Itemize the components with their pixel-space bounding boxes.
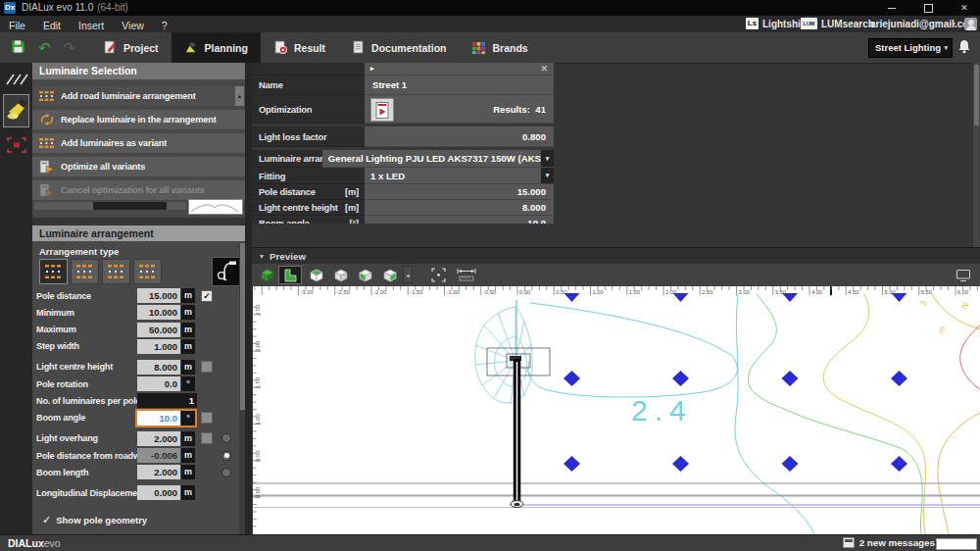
photometric-thumbnail[interactable] <box>188 199 243 215</box>
arrangement-type-staggered[interactable] <box>133 259 162 284</box>
scroll-up-button[interactable]: ▲ <box>235 86 244 106</box>
arrangement-type-single-row-top[interactable] <box>71 259 99 284</box>
view-top-button[interactable] <box>331 266 351 284</box>
undo-button[interactable]: ↶ <box>35 38 54 57</box>
field-checkbox[interactable]: ✓ <box>201 290 213 302</box>
field-value-input[interactable]: 2.000 <box>137 431 180 446</box>
messages-button[interactable]: 2 new messages <box>843 537 935 548</box>
view-3d-button[interactable] <box>307 266 326 284</box>
view-front-button[interactable] <box>356 266 375 284</box>
rows-icon <box>38 136 56 150</box>
selection-item-label: Optimize all variants <box>61 162 145 172</box>
dialux-app-window: Dx DIALux evo 11.0(64-bit) ✕ FileEditIns… <box>0 0 980 551</box>
preview-toolbar: ◂ <box>252 264 980 286</box>
luminaire-tool-active[interactable] <box>3 94 29 127</box>
tab-label: Documentation <box>371 42 446 54</box>
selection-item-optimize-all-variants[interactable]: Optimize all variants <box>32 157 245 176</box>
cad-drawing[interactable]: 2.4 3Nm <box>253 286 980 534</box>
view-side-button[interactable] <box>380 266 400 284</box>
show-pole-geometry-checkbox[interactable]: ✓ Show pole geometry <box>42 514 147 526</box>
save-button[interactable] <box>9 38 27 57</box>
start-optimization-button[interactable] <box>370 98 394 122</box>
horizontal-scrollbar[interactable] <box>34 202 186 210</box>
cad-preview-canvas[interactable]: 2.4 3Nm <box>253 286 980 534</box>
account-menu[interactable]: ariejuniadi@gmail.com <box>870 16 977 32</box>
field-value-input[interactable]: 1 <box>137 393 197 408</box>
field-value-input[interactable]: 1.000 <box>137 339 180 354</box>
selection-item-add-luminaires-as-variant[interactable]: Add luminaires as variant <box>32 133 245 153</box>
selection-item-add-road-luminaire-arrangement[interactable]: Add road luminaire arrangement <box>32 86 245 106</box>
field-radio[interactable] <box>221 433 231 443</box>
messages-label: 2 new messages <box>859 537 935 548</box>
planning-mode-select[interactable]: Street Lighting ▾ <box>868 38 953 58</box>
scrollbar-thumb[interactable] <box>974 65 979 125</box>
title-bar[interactable]: Dx DIALux evo 11.0(64-bit) ✕ <box>0 0 980 16</box>
display-settings-button[interactable] <box>954 266 973 284</box>
measure-button[interactable] <box>455 266 478 284</box>
field-value-input[interactable]: -0.006 <box>137 448 180 463</box>
field-checkbox[interactable] <box>201 361 213 373</box>
chevron-down-icon: ▾ <box>260 252 264 261</box>
view-solid-button[interactable] <box>258 266 277 284</box>
scrollbar-thumb[interactable] <box>93 202 167 210</box>
chevron-down-icon[interactable]: ▾ <box>952 16 956 32</box>
maximize-button[interactable] <box>913 0 943 16</box>
field-input-group: 10.000m <box>137 305 195 320</box>
fitting-select[interactable]: 1 x LED ▾ <box>365 168 554 184</box>
luminaire-select[interactable]: General Lighting PJU LED AKS7317 150W (A… <box>322 150 554 168</box>
chevron-down-icon[interactable]: ▾ <box>541 150 554 167</box>
boom-angle-value[interactable]: 10.0 <box>365 216 554 224</box>
field-value-input[interactable]: 50.000 <box>137 323 180 337</box>
close-button[interactable]: ✕ <box>950 0 979 16</box>
expand-icon[interactable]: ▸ <box>370 65 374 73</box>
view-floorplan-button[interactable] <box>278 266 302 284</box>
pole-catalogue-button[interactable] <box>212 257 241 286</box>
field-value-input[interactable]: 8.000 <box>137 360 180 375</box>
avatar[interactable] <box>964 18 977 30</box>
field-checkbox[interactable] <box>201 432 213 444</box>
notifications-button[interactable] <box>957 39 971 58</box>
field-value-input[interactable]: 10.0 <box>137 411 180 426</box>
tab-documentation[interactable]: Documentation <box>338 32 459 63</box>
tab-result[interactable]: Result <box>261 32 338 63</box>
field-value-input[interactable]: 0.000 <box>137 485 180 500</box>
tab-brands[interactable]: Brands <box>459 32 540 63</box>
tab-planning[interactable]: Planning <box>172 32 261 63</box>
scrollbar-thumb[interactable] <box>240 243 245 410</box>
arrangement-type-double-row[interactable] <box>102 259 130 284</box>
field-value-input[interactable]: 10.000 <box>137 305 180 320</box>
field-value-input[interactable]: 2.000 <box>137 465 180 479</box>
tab-project[interactable]: Project <box>90 32 172 63</box>
preview-header[interactable]: ▾ Preview <box>252 247 980 265</box>
field-unit: m <box>181 431 195 446</box>
redo-button[interactable]: ↷ <box>60 38 78 57</box>
undo-icon: ↶ <box>38 39 51 56</box>
collapse-views-button[interactable]: ◂ <box>403 266 413 283</box>
polar-curve-icon <box>189 202 240 214</box>
light-loss-factor-value[interactable]: 0.800 <box>365 126 554 147</box>
road-planning-tool[interactable] <box>3 68 29 91</box>
l-shape-icon <box>283 269 297 282</box>
chevron-down-icon[interactable]: ▾ <box>541 168 554 183</box>
field-radio[interactable] <box>221 468 231 477</box>
fitting-label: Fitting <box>252 168 365 184</box>
checkbox-slot <box>195 432 220 444</box>
panel-title: Luminaire arrangement <box>32 225 245 241</box>
zoom-fit-button[interactable] <box>428 266 448 284</box>
luminaire-arrangement-selector[interactable]: Luminaire arrangement 1 ▾ <box>252 150 322 168</box>
street-name-value[interactable]: Street 1 <box>365 75 554 95</box>
field-label: Boom angle <box>36 413 137 423</box>
selection-item-replace-luminaire-in-the-arrangement[interactable]: Replace luminaire in the arrangement <box>32 110 245 129</box>
light-centre-height-value[interactable]: 8.000 <box>365 200 554 216</box>
field-checkbox[interactable] <box>201 412 213 424</box>
field-value-input[interactable]: 15.000 <box>137 288 180 303</box>
pole-distance-value[interactable]: 15.000 <box>365 184 554 200</box>
calculation-object-tool[interactable] <box>3 133 29 157</box>
arrangement-type-single-row-bottom[interactable] <box>39 259 68 284</box>
vertical-scrollbar[interactable] <box>973 63 980 247</box>
lumsearch-button[interactable]: LUMsearch <box>821 16 874 32</box>
field-radio[interactable] <box>221 451 231 461</box>
field-value-input[interactable]: 0.0 <box>137 376 180 391</box>
minimize-button[interactable] <box>877 0 906 16</box>
close-panel-icon[interactable]: ✕ <box>540 64 548 74</box>
